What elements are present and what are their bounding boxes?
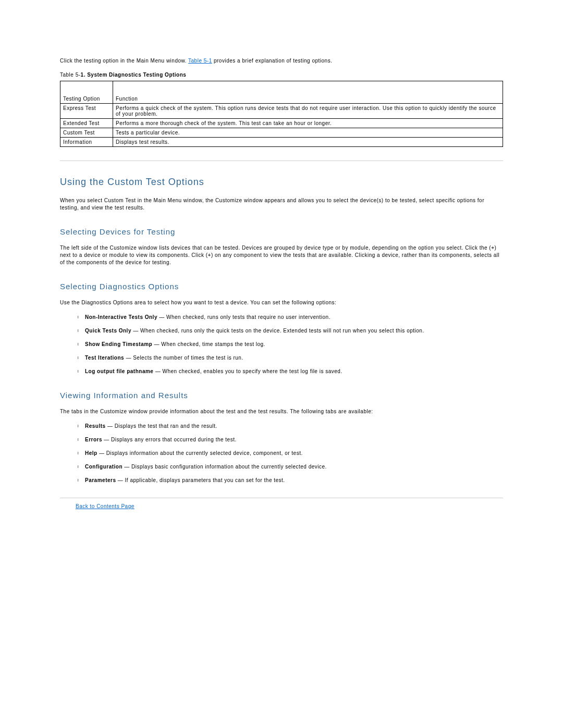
table-cell-option: Information <box>60 138 113 147</box>
table-cell-option: Extended Test <box>60 119 113 128</box>
option-term: Test Iterations <box>85 355 124 361</box>
tab-desc: — Displays basic configuration informati… <box>123 464 327 470</box>
table-header-option: Testing Option <box>60 81 113 104</box>
section-divider <box>60 161 503 161</box>
table-header-function: Function <box>113 81 503 104</box>
list-item: Help — Displays information about the cu… <box>78 450 503 457</box>
table-row: Express Test Performs a quick check of t… <box>60 104 503 119</box>
option-term: Non-Interactive Tests Only <box>85 314 157 320</box>
list-item: Results — Displays the test that ran and… <box>78 423 503 430</box>
table-header-row: Testing Option Function <box>60 81 503 104</box>
tab-term: Help <box>85 450 97 456</box>
option-desc: — When checked, enables you to specify w… <box>153 368 342 374</box>
back-link-container: Back to Contents Page <box>76 503 503 509</box>
diagnostics-options-list: Non-Interactive Tests Only — When checke… <box>60 314 503 375</box>
table-row: Extended Test Performs a more thorough c… <box>60 119 503 128</box>
tab-term: Parameters <box>85 477 116 483</box>
table-caption-prefix: Table 5- <box>60 72 81 78</box>
option-desc: — When checked, time stamps the test log… <box>152 341 265 347</box>
section-divider <box>60 498 503 498</box>
table-caption: Table 5-1. System Diagnostics Testing Op… <box>60 72 503 78</box>
list-item: Test Iterations — Selects the number of … <box>78 354 503 362</box>
heading-viewing-info: Viewing Information and Results <box>60 391 503 400</box>
table-cell-function: Tests a particular device. <box>113 128 503 138</box>
tab-desc: — Displays information about the current… <box>97 450 303 456</box>
table-cell-function: Performs a quick check of the system. Th… <box>113 104 503 119</box>
paragraph-selecting-devices: The left side of the Customize window li… <box>60 244 503 266</box>
heading-selecting-diagnostics: Selecting Diagnostics Options <box>60 282 503 291</box>
paragraph-viewing-info: The tabs in the Customize window provide… <box>60 408 503 415</box>
back-to-contents-link[interactable]: Back to Contents Page <box>76 503 134 509</box>
intro-paragraph: Click the testing option in the Main Men… <box>60 57 503 65</box>
option-term: Quick Tests Only <box>85 328 131 334</box>
paragraph-selecting-diagnostics: Use the Diagnostics Options area to sele… <box>60 299 503 306</box>
list-item: Quick Tests Only — When checked, runs on… <box>78 327 503 335</box>
table-cell-option: Express Test <box>60 104 113 119</box>
list-item: Show Ending Timestamp — When checked, ti… <box>78 341 503 348</box>
intro-prefix: Click the testing option in the Main Men… <box>60 58 188 64</box>
table-cell-function: Performs a more thorough check of the sy… <box>113 119 503 128</box>
list-item: Log output file pathname — When checked,… <box>78 368 503 375</box>
list-item: Errors — Displays any errors that occurr… <box>78 436 503 443</box>
heading-using-custom-test: Using the Custom Test Options <box>60 177 503 188</box>
tab-term: Errors <box>85 437 102 442</box>
option-desc: — When checked, runs only tests that req… <box>157 314 331 320</box>
option-desc: — Selects the number of times the test i… <box>124 355 243 361</box>
tab-desc: — Displays the test that ran and the res… <box>106 423 217 429</box>
list-item: Parameters — If applicable, displays par… <box>78 477 503 484</box>
diagnostics-table: Testing Option Function Express Test Per… <box>60 81 503 147</box>
tab-term: Configuration <box>85 464 123 470</box>
table-row: Information Displays test results. <box>60 138 503 147</box>
option-term: Log output file pathname <box>85 368 153 374</box>
table-cell-option: Custom Test <box>60 128 113 138</box>
table-caption-title: 1. System Diagnostics Testing Options <box>81 72 187 78</box>
tab-desc: — Displays any errors that occurred duri… <box>102 437 237 442</box>
list-item: Non-Interactive Tests Only — When checke… <box>78 314 503 321</box>
intro-suffix: provides a brief explanation of testing … <box>212 58 333 64</box>
list-item: Configuration — Displays basic configura… <box>78 463 503 471</box>
option-desc: — When checked, runs only the quick test… <box>131 328 424 334</box>
heading-selecting-devices: Selecting Devices for Testing <box>60 227 503 236</box>
paragraph-using-custom-test: When you select Custom Test in the Main … <box>60 197 503 212</box>
option-term: Show Ending Timestamp <box>85 341 152 347</box>
results-tabs-list: Results — Displays the test that ran and… <box>60 423 503 484</box>
table-cell-function: Displays test results. <box>113 138 503 147</box>
tab-term: Results <box>85 423 106 429</box>
table-ref-link[interactable]: Table 5-1 <box>188 58 212 64</box>
tab-desc: — If applicable, displays parameters tha… <box>116 477 285 483</box>
table-row: Custom Test Tests a particular device. <box>60 128 503 138</box>
